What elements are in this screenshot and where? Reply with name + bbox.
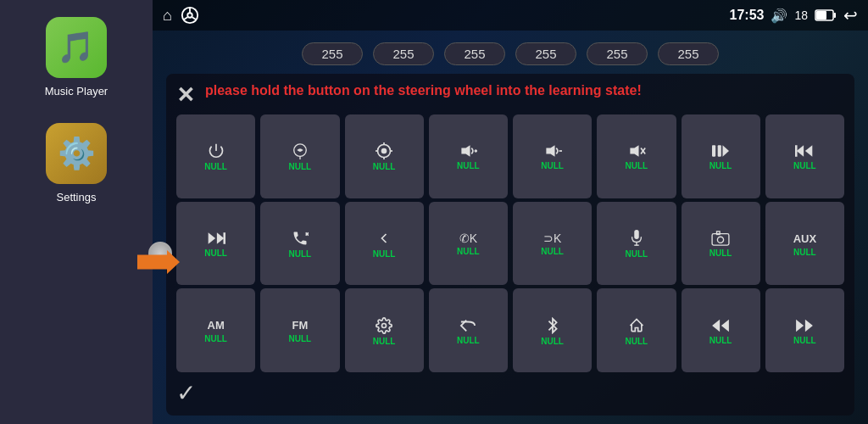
value-pill-3: 255 [515,42,576,65]
battery-icon [815,9,837,21]
svg-marker-26 [723,146,730,157]
btn-play-pause-label: NULL [709,161,732,170]
svg-rect-36 [712,234,729,246]
btn-call-k[interactable]: ✆K NULL [429,202,508,286]
svg-marker-41 [721,319,729,331]
btn-call-k-label: NULL [457,247,480,256]
status-bar: ⌂ 17:53 🔊 18 ↩ [153,0,868,31]
confirm-button[interactable]: ✓ [176,379,196,407]
call-k-icon: ✆K [459,232,477,244]
svg-marker-31 [216,232,223,244]
btn-src-label: NULL [289,162,312,171]
svg-marker-27 [797,146,804,158]
close-button[interactable]: ✕ [176,84,195,106]
music-player-label: Music Player [45,85,108,98]
btn-next[interactable]: NULL [176,202,255,286]
svg-marker-40 [712,319,720,331]
btn-vol-up[interactable]: NULL [429,114,508,198]
mute-icon [627,143,646,159]
btn-power[interactable]: NULL [176,114,255,198]
btn-next-label: NULL [204,248,227,258]
btn-am[interactable]: AM NULL [176,288,255,372]
fm-text: FM [292,319,308,332]
btn-gps[interactable]: NULL [345,114,424,198]
back-icon [376,230,392,247]
bluetooth-icon [547,317,559,334]
btn-vol-down-label: NULL [541,161,564,170]
button-row-2: NULL NULL NULL [176,202,844,286]
prev-icon [795,143,814,159]
volume-level: 18 [794,8,808,22]
btn-mic-label: NULL [626,249,648,259]
btn-aux[interactable]: AUX NULL [765,202,844,286]
back-icon[interactable]: ↩ [843,5,858,25]
btn-back-label: NULL [373,249,396,259]
home-status-icon: ⌂ [163,7,172,25]
rewind-icon [711,318,730,333]
value-pill-4: 255 [587,42,648,65]
btn-camera[interactable]: NULL [682,202,760,286]
svg-marker-19 [546,146,554,158]
steering-wheel-icon [181,6,199,25]
svg-rect-32 [223,232,225,244]
btn-rewind[interactable]: NULL [682,288,760,372]
button-row-3: AM NULL FM NULL NULL [176,288,844,372]
am-text: AM [208,319,225,332]
time-display: 17:53 [730,8,765,23]
sidebar: 🎵 Music Player ⚙️ Settings [0,0,153,424]
home-icon [628,317,645,334]
svg-marker-42 [796,319,804,331]
volume-up-icon [459,143,477,159]
src-icon [291,142,309,159]
svg-line-4 [192,17,197,20]
btn-vol-down[interactable]: NULL [513,114,592,198]
value-pills-row: 255 255 255 255 255 255 [166,42,854,65]
control-panel: ✕ please hold the button on the steering… [166,74,854,416]
svg-marker-43 [805,319,813,331]
svg-marker-16 [462,146,470,158]
btn-return-label: NULL [457,336,480,345]
btn-fm[interactable]: FM NULL [260,288,339,372]
power-icon [208,142,225,159]
btn-return[interactable]: NULL [429,288,508,372]
svg-marker-28 [805,146,812,158]
hang-k-icon: ⊃K [543,232,561,244]
settings-app[interactable]: ⚙️ Settings [46,123,107,204]
btn-back[interactable]: NULL [345,202,424,286]
btn-hang-k[interactable]: ⊃K NULL [513,202,592,286]
volume-icon: 🔊 [771,8,787,24]
btn-setup-label: NULL [373,337,396,346]
panel-header: ✕ please hold the button on the steering… [176,82,844,106]
camera-icon [711,231,730,246]
music-player-app[interactable]: 🎵 Music Player [45,17,108,98]
button-row-1: NULL NULL [176,114,844,198]
music-player-icon: 🎵 [46,17,107,78]
btn-prev-label: NULL [793,161,816,170]
btn-call[interactable]: NULL [260,202,339,286]
btn-src[interactable]: NULL [260,114,339,198]
btn-rewind-label: NULL [709,336,732,345]
value-pill-0: 255 [302,42,363,65]
btn-mute-label: NULL [626,161,648,170]
btn-setup[interactable]: NULL [345,288,424,372]
svg-point-39 [382,323,387,327]
btn-mic[interactable]: NULL [597,202,676,286]
btn-home-label: NULL [626,337,648,346]
btn-home[interactable]: NULL [597,288,676,372]
btn-fastforward[interactable]: NULL [765,288,844,372]
btn-mute[interactable]: NULL [597,114,676,198]
btn-play-pause[interactable]: NULL [682,114,760,198]
arrow-indicator [137,250,180,274]
btn-prev[interactable]: NULL [765,114,844,198]
btn-power-label: NULL [204,162,227,171]
btn-bluetooth[interactable]: NULL [513,288,592,372]
btn-am-label: NULL [204,334,227,343]
svg-rect-24 [712,146,715,157]
main-content: ⌂ 17:53 🔊 18 ↩ 255 [153,0,868,424]
check-mark-row: ✓ [176,379,844,407]
gps-icon [376,142,392,159]
svg-point-15 [382,149,387,153]
value-pill-2: 255 [444,42,505,65]
instruction-text: please hold the button on the steering w… [205,82,642,100]
volume-down-icon [543,143,562,159]
